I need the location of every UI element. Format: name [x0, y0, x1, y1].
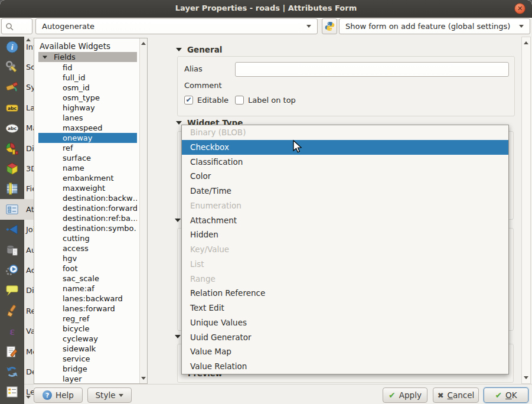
dropdown-option[interactable]: Uuid Generator [182, 330, 508, 345]
dropdown-option[interactable]: Classification [182, 155, 508, 170]
field-item[interactable]: destination:backw… [38, 193, 137, 203]
sidebar-scroll-down-icon[interactable] [26, 396, 31, 399]
sidebar-item-label: Symbology [24, 83, 34, 92]
sidebar-item-actions[interactable]: Actions [0, 260, 34, 280]
field-item[interactable]: destination:ref:ba… [38, 213, 137, 223]
dropdown-option[interactable]: Date/Time [182, 184, 508, 198]
sidebar-item-diagrams[interactable]: Diagrams [0, 138, 34, 158]
scroll-up-icon[interactable] [524, 41, 528, 44]
field-item[interactable]: name:af [38, 284, 137, 294]
search-input[interactable] [1, 18, 32, 34]
scroll-up-icon[interactable] [141, 42, 146, 45]
field-item[interactable]: reg_ref [38, 314, 137, 324]
ok-button[interactable]: ✔ OK [484, 387, 528, 403]
expander-icon[interactable] [43, 56, 47, 58]
field-item[interactable]: osm_id [38, 83, 137, 93]
svg-text:abc: abc [8, 106, 17, 111]
editable-label[interactable]: Editable [197, 96, 229, 105]
sidebar-item-joins[interactable]: Joins [0, 220, 34, 240]
field-item[interactable]: fid [38, 63, 137, 73]
field-item[interactable]: surface [38, 153, 137, 163]
sidebar-item-symbology[interactable]: Symbology [0, 77, 34, 97]
dropdown-option[interactable]: Checkbox [182, 140, 508, 155]
scroll-down-icon[interactable] [141, 377, 146, 380]
field-item[interactable]: highway [38, 103, 137, 113]
alias-input[interactable] [235, 62, 509, 77]
apply-button[interactable]: ✔ Apply [383, 387, 427, 403]
dropdown-option[interactable]: Text Edit [182, 301, 508, 315]
dropdown-option[interactable]: Unique Values [182, 315, 508, 330]
collapse-icon[interactable] [176, 48, 182, 51]
field-item[interactable]: layer [38, 374, 137, 384]
sidebar-item-labels[interactable]: abcLabels [0, 97, 34, 118]
field-item[interactable]: maxspeed [38, 123, 137, 133]
label-on-top-label[interactable]: Label on top [248, 96, 296, 105]
cancel-button[interactable]: ✖ Cancel [433, 387, 479, 403]
fields-group-label: Fields [54, 53, 76, 61]
field-item[interactable]: hgv [38, 253, 137, 263]
form-suppress-combo[interactable]: Show form on add feature (global setting… [339, 18, 530, 34]
field-item[interactable]: cutting [38, 233, 137, 243]
field-item[interactable]: bicycle [38, 324, 137, 334]
python-init-button[interactable] [322, 18, 337, 34]
field-item[interactable]: embankment [38, 173, 137, 183]
dropdown-option[interactable]: Relation Reference [182, 286, 508, 301]
field-item[interactable]: bridge [38, 364, 137, 374]
titlebar[interactable]: Layer Properties - roads | Attributes Fo… [0, 0, 532, 18]
sidebar-item-metadata[interactable]: Metadata [0, 341, 34, 361]
sidebar-item-label: Attributes Form [24, 205, 34, 214]
dropdown-option[interactable]: Attachment [182, 213, 508, 228]
form-layout-combo[interactable]: Autogenerate [35, 18, 318, 34]
field-item[interactable]: lanes:backward [38, 294, 137, 304]
section-collapse-icon[interactable] [175, 219, 181, 222]
dropdown-option[interactable]: Hidden [182, 227, 508, 242]
label-on-top-checkbox[interactable] [235, 96, 244, 105]
scroll-down-icon[interactable] [524, 376, 528, 379]
field-item[interactable]: destination:forward [38, 203, 137, 213]
sidebar-item-auxiliary-storage[interactable]: Auxiliary Storage [0, 240, 34, 260]
dropdown-option[interactable]: Value Relation [182, 359, 508, 374]
sidebar-scroll-up-icon[interactable] [26, 38, 31, 41]
field-item[interactable]: name [38, 163, 137, 173]
field-item[interactable]: sidewalk [38, 344, 137, 354]
close-icon: ✕ [517, 5, 523, 12]
help-button[interactable]: ? Help [34, 387, 83, 403]
field-item[interactable]: sac_scale [38, 273, 137, 284]
field-item[interactable]: maxweight [38, 183, 137, 193]
sidebar-item-dependencies[interactable]: Dependencies [0, 361, 34, 382]
close-button[interactable]: ✕ [514, 3, 526, 14]
dropdown-option[interactable]: Color [182, 169, 508, 184]
field-item[interactable]: full_id [38, 73, 137, 83]
sidebar-item-fields[interactable]: Fields [0, 179, 34, 199]
sidebar-item-attributes-form[interactable]: Attributes Form [0, 199, 34, 219]
field-item[interactable]: destination:symbo… [38, 223, 137, 233]
field-item[interactable]: foot [38, 263, 137, 273]
field-list-scrollbar[interactable] [139, 38, 147, 383]
field-item[interactable]: service [38, 354, 137, 364]
field-item[interactable]: ref [38, 143, 137, 153]
general-section-header[interactable]: General [176, 45, 222, 54]
sidebar-item-3d-view[interactable]: 3D View [0, 158, 34, 178]
section-collapse-icon[interactable] [175, 335, 181, 338]
field-item[interactable]: lanes [38, 113, 137, 123]
editable-checkbox[interactable]: ✔ [184, 96, 193, 105]
style-button[interactable]: Style [87, 387, 132, 403]
3d-view-icon [0, 162, 24, 175]
field-item[interactable]: osm_type [38, 93, 137, 103]
sidebar-item-variables[interactable]: εVariables [0, 321, 34, 341]
field-item[interactable]: lanes:forward [38, 304, 137, 314]
fields-group-row[interactable]: Fields [38, 52, 137, 62]
sidebar-item-display[interactable]: Display [0, 281, 34, 301]
sidebar-item-masks[interactable]: abcMasks [0, 118, 34, 138]
field-item[interactable]: oneway [38, 133, 137, 143]
info-icon: i [0, 40, 24, 54]
sidebar-item-source[interactable]: Source [0, 57, 34, 77]
sidebar-item-rendering[interactable]: Rendering [0, 301, 34, 321]
dropdown-option[interactable]: Value Map [182, 344, 508, 359]
field-item[interactable]: cycleway [38, 334, 137, 344]
sidebar-item-legend[interactable]: Legend [0, 382, 34, 402]
actions-icon [0, 263, 24, 277]
chevron-down-icon [519, 25, 524, 28]
field-item[interactable]: access [38, 243, 137, 253]
form-scrollbar[interactable] [521, 37, 531, 384]
